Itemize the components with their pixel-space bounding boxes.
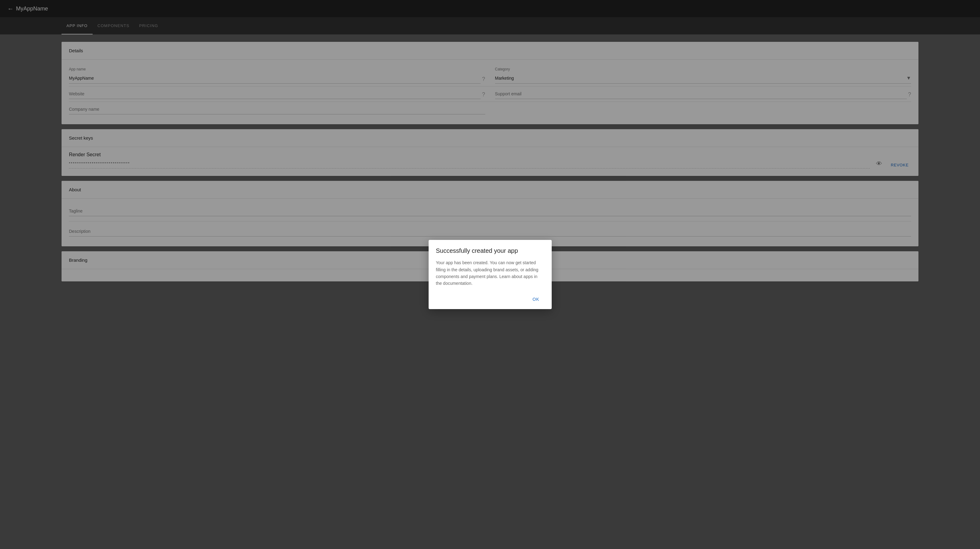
dialog-body: Your app has been created. You can now g…: [436, 259, 544, 287]
dialog-title: Successfully created your app: [436, 247, 544, 254]
dialog-ok-button[interactable]: OK: [528, 294, 544, 304]
dialog: Successfully created your app Your app h…: [429, 240, 552, 309]
dialog-overlay[interactable]: Successfully created your app Your app h…: [0, 0, 980, 549]
dialog-actions: OK: [436, 294, 544, 304]
